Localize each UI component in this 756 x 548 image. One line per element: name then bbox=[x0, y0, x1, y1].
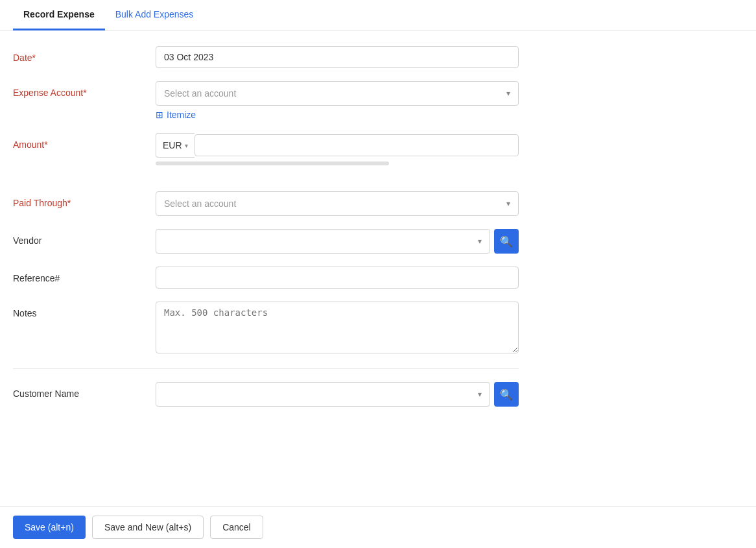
expense-account-label: Expense Account* bbox=[13, 81, 156, 98]
customer-name-control: ▾ 🔍 bbox=[156, 382, 519, 407]
notes-control bbox=[156, 302, 519, 355]
page-wrapper: Record Expense Bulk Add Expenses Date* E… bbox=[0, 0, 756, 548]
reference-label: Reference# bbox=[13, 267, 156, 283]
vendor-input-group: ▾ 🔍 bbox=[156, 229, 519, 254]
currency-select[interactable]: EUR ▾ bbox=[156, 133, 195, 158]
amount-wrap: EUR ▾ bbox=[156, 133, 519, 158]
save-shortcut: (alt+n) bbox=[48, 522, 74, 532]
customer-name-input-group: ▾ 🔍 bbox=[156, 382, 519, 407]
currency-value: EUR bbox=[163, 140, 182, 150]
vendor-control: ▾ 🔍 bbox=[156, 229, 519, 254]
amount-row: Amount* EUR ▾ bbox=[13, 133, 519, 165]
customer-name-label: Customer Name bbox=[13, 382, 156, 399]
save-new-label: Save and New bbox=[104, 522, 163, 532]
vendor-row: Vendor ▾ 🔍 bbox=[13, 229, 519, 254]
reference-row: Reference# bbox=[13, 267, 519, 289]
expense-account-row: Expense Account* Select an account ▾ ⊞ I… bbox=[13, 81, 519, 120]
itemize-icon: ⊞ bbox=[156, 110, 163, 120]
cancel-button[interactable]: Cancel bbox=[210, 516, 263, 539]
reference-control bbox=[156, 267, 519, 289]
paid-through-select[interactable]: Select an account ▾ bbox=[156, 191, 519, 216]
date-label: Date* bbox=[13, 46, 156, 63]
expense-account-chevron-icon: ▾ bbox=[506, 89, 510, 98]
notes-row: Notes bbox=[13, 302, 519, 355]
expense-account-control: Select an account ▾ ⊞ Itemize bbox=[156, 81, 519, 120]
save-new-shortcut: (alt+s) bbox=[166, 522, 191, 532]
paid-through-chevron-icon: ▾ bbox=[506, 199, 510, 208]
expense-account-placeholder: Select an account bbox=[164, 88, 236, 99]
form-area: Date* Expense Account* Select an account… bbox=[0, 30, 532, 435]
date-control bbox=[156, 46, 519, 68]
save-button[interactable]: Save (alt+n) bbox=[13, 516, 86, 539]
paid-through-control: Select an account ▾ bbox=[156, 191, 519, 216]
customer-name-row: Customer Name ▾ 🔍 bbox=[13, 382, 519, 407]
itemize-label: Itemize bbox=[167, 110, 196, 120]
vendor-chevron-icon: ▾ bbox=[478, 237, 482, 246]
notes-label: Notes bbox=[13, 302, 156, 318]
tab-record-expense[interactable]: Record Expense bbox=[13, 0, 105, 30]
footer-actions: Save (alt+n) Save and New (alt+s) Cancel bbox=[0, 506, 756, 548]
paid-through-label: Paid Through* bbox=[13, 191, 156, 208]
customer-name-search-button[interactable]: 🔍 bbox=[494, 382, 519, 407]
amount-slider[interactable] bbox=[156, 161, 389, 165]
expense-account-select[interactable]: Select an account ▾ bbox=[156, 81, 519, 106]
divider bbox=[13, 368, 519, 369]
date-input[interactable] bbox=[156, 46, 519, 68]
spacer bbox=[13, 178, 519, 191]
vendor-label: Vendor bbox=[13, 229, 156, 246]
vendor-search-button[interactable]: 🔍 bbox=[494, 229, 519, 254]
reference-input[interactable] bbox=[156, 267, 519, 289]
save-and-new-button[interactable]: Save and New (alt+s) bbox=[92, 516, 204, 539]
tabs-bar: Record Expense Bulk Add Expenses bbox=[0, 0, 756, 30]
vendor-search-icon: 🔍 bbox=[500, 235, 513, 248]
customer-name-search-icon: 🔍 bbox=[500, 388, 513, 401]
notes-textarea[interactable] bbox=[156, 302, 519, 353]
customer-name-select[interactable]: ▾ bbox=[156, 382, 490, 407]
paid-through-placeholder: Select an account bbox=[164, 198, 236, 209]
vendor-select[interactable]: ▾ bbox=[156, 229, 490, 254]
amount-control: EUR ▾ bbox=[156, 133, 519, 165]
save-label: Save bbox=[25, 522, 45, 532]
currency-chevron-icon: ▾ bbox=[185, 142, 188, 149]
amount-label: Amount* bbox=[13, 133, 156, 150]
itemize-link[interactable]: ⊞ Itemize bbox=[156, 110, 196, 120]
tab-bulk-add-expenses[interactable]: Bulk Add Expenses bbox=[105, 0, 204, 30]
date-row: Date* bbox=[13, 46, 519, 68]
amount-input[interactable] bbox=[195, 134, 519, 156]
customer-name-chevron-icon: ▾ bbox=[478, 390, 482, 399]
paid-through-row: Paid Through* Select an account ▾ bbox=[13, 191, 519, 216]
